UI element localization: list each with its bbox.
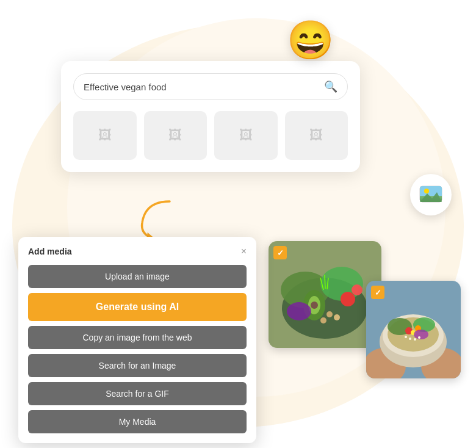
- search-gif-button[interactable]: Search for a GIF: [28, 382, 247, 405]
- svg-point-12: [326, 311, 333, 317]
- food-image-2: ✓: [366, 281, 461, 378]
- svg-point-13: [334, 314, 340, 320]
- svg-point-30: [414, 330, 428, 339]
- search-card: Effective vegan food 🔍 🖼 🖼 🖼 🖼: [61, 61, 360, 172]
- svg-point-8: [352, 284, 362, 295]
- search-icon[interactable]: 🔍: [324, 80, 337, 93]
- svg-point-11: [311, 302, 318, 309]
- svg-point-7: [341, 292, 355, 306]
- modal-title: Add media: [28, 247, 72, 256]
- image-placeholder-4: 🖼: [285, 111, 348, 160]
- upload-image-button[interactable]: Upload an image: [28, 265, 247, 288]
- placeholder-icon-3: 🖼: [239, 128, 253, 143]
- image-placeholder-1: 🖼: [73, 111, 137, 160]
- image-badge-icon: [419, 184, 443, 206]
- search-bar[interactable]: Effective vegan food 🔍: [73, 73, 348, 100]
- food-image-1: ✓: [269, 241, 381, 348]
- image-badge: [410, 174, 452, 215]
- add-media-modal: Add media × Upload an image Generate usi…: [18, 237, 256, 443]
- image-placeholder-3: 🖼: [214, 111, 278, 160]
- placeholder-icon-1: 🖼: [98, 128, 112, 143]
- modal-close-button[interactable]: ×: [241, 247, 247, 256]
- svg-point-34: [418, 336, 420, 339]
- generate-ai-button[interactable]: Generate using AI: [28, 293, 247, 321]
- search-input-text: Effective vegan food: [84, 82, 324, 92]
- svg-point-15: [287, 302, 311, 320]
- svg-line-17: [325, 275, 325, 289]
- svg-point-37: [424, 189, 429, 193]
- food-image-2-checkmark: ✓: [371, 286, 384, 299]
- image-placeholders: 🖼 🖼 🖼 🖼: [73, 111, 348, 160]
- search-image-button[interactable]: Search for an Image: [28, 354, 247, 377]
- placeholder-icon-4: 🖼: [309, 128, 323, 143]
- svg-point-33: [414, 338, 416, 341]
- svg-point-14: [320, 317, 326, 323]
- copy-web-button[interactable]: Copy an image from the web: [28, 326, 247, 349]
- modal-header: Add media ×: [28, 247, 247, 256]
- svg-point-31: [405, 336, 407, 338]
- placeholder-icon-2: 🖼: [168, 128, 182, 143]
- my-media-button[interactable]: My Media: [28, 410, 247, 433]
- emoji-face: 😄: [287, 18, 334, 62]
- svg-point-32: [409, 338, 411, 340]
- image-placeholder-2: 🖼: [144, 111, 207, 160]
- food-image-1-checkmark: ✓: [273, 246, 287, 259]
